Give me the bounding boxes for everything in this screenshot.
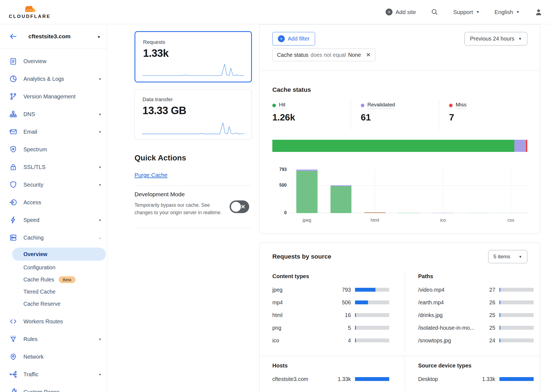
speed-icon xyxy=(9,216,17,224)
sidebar-item-rules[interactable]: Rules▾ xyxy=(0,330,107,348)
add-filter-button[interactable]: + Add filter xyxy=(272,32,315,45)
language-menu[interactable]: English ▼ xyxy=(494,9,520,15)
bar-slot-png[interactable] xyxy=(392,170,426,213)
cache-status-title: Cache status xyxy=(272,86,527,93)
data-transfer-metric-card[interactable]: Data transfer 13.33 GB xyxy=(135,89,252,140)
account-menu[interactable] xyxy=(534,8,543,16)
row-bar-fill xyxy=(499,326,500,330)
remove-filter-icon[interactable]: ✕ xyxy=(366,52,371,58)
sidebar-item-version-management[interactable]: Version Management xyxy=(0,88,107,105)
bar-slot-ico[interactable] xyxy=(426,170,460,213)
search-button[interactable] xyxy=(431,8,438,16)
table-row[interactable]: html16 xyxy=(272,309,389,321)
sidebar-item-analytics-logs[interactable]: Analytics & Logs▾ xyxy=(0,70,107,88)
bar-slot-css[interactable] xyxy=(494,170,528,213)
add-site-button[interactable]: + Add site xyxy=(386,9,416,15)
stat-label[interactable]: Revalidated xyxy=(361,102,439,109)
filter-chip[interactable]: Cache status does not equal None ✕ xyxy=(272,49,375,61)
beta-badge: Beta xyxy=(59,276,76,283)
cache-status-bar-chart: 7935000jpeghtmlicocss xyxy=(290,170,528,213)
chevron-down-icon: ▾ xyxy=(99,183,101,187)
sidebar-item-label: Workers Routes xyxy=(23,318,63,325)
sidebar-item-speed[interactable]: Speed▾ xyxy=(0,211,107,229)
divider xyxy=(135,186,252,186)
development-mode-toggle[interactable]: ✕ xyxy=(230,200,249,213)
bar-slot-mp4[interactable] xyxy=(324,170,358,213)
table-row[interactable]: /isolated-house-in-mo...25 xyxy=(418,321,534,334)
sidebar-item-caching[interactable]: Caching▴ xyxy=(0,229,107,246)
bar xyxy=(500,213,521,213)
sidebar-item-workers-routes[interactable]: Workers Routes xyxy=(0,313,107,330)
items-count-dropdown[interactable]: 5 items ▼ xyxy=(488,250,527,263)
sidebar-item-traffic[interactable]: Traffic▾ xyxy=(0,366,107,383)
bar-segment-hit xyxy=(466,213,487,213)
row-value: 1.33k xyxy=(330,376,351,382)
table-row[interactable]: /drinks.jpg25 xyxy=(418,309,534,321)
row-bar-track xyxy=(355,326,389,330)
sidebar-item-label: Traffic xyxy=(23,371,38,378)
table-row[interactable]: Desktop1.33k xyxy=(418,373,534,385)
row-bar-fill xyxy=(499,288,500,292)
time-range-dropdown[interactable]: Previous 24 hours ▼ xyxy=(464,32,527,45)
sidebar-item-network[interactable]: Network xyxy=(0,348,107,366)
plus-icon: + xyxy=(278,35,285,42)
y-axis-label-500: 500 xyxy=(273,183,287,188)
sidebar-item-spectrum[interactable]: Spectrum xyxy=(0,141,107,158)
purge-cache-link[interactable]: Purge Cache xyxy=(135,172,168,178)
content-types-column: Content typesjpeg793mp4506html16png5ico4 xyxy=(260,272,405,352)
sidebar-subitem-cache-rules[interactable]: Cache RulesBeta xyxy=(0,273,107,286)
table-row[interactable]: png5 xyxy=(272,321,389,334)
row-label: /earth.mp4 xyxy=(418,299,474,306)
sidebar-item-label: Network xyxy=(23,354,44,360)
cloudflare-logo[interactable]: CLOUDFLARE xyxy=(9,5,51,19)
sidebar-item-ssl-tls[interactable]: SSL/TLS▾ xyxy=(0,158,107,176)
chevron-down-icon: ▼ xyxy=(516,10,520,14)
chevron-down-icon: ▾ xyxy=(99,77,101,81)
sidebar-item-access[interactable]: Access xyxy=(0,194,107,211)
sidebar-item-custom-pages[interactable]: Custom Pages xyxy=(0,383,107,392)
paths-column: Paths/video.mp427/earth.mp426/drinks.jpg… xyxy=(405,272,540,352)
table-row[interactable]: /earth.mp426 xyxy=(418,296,534,309)
bar-slot-unlabeled[interactable] xyxy=(460,170,494,213)
sidebar-item-security[interactable]: Security▾ xyxy=(0,176,107,194)
requests-label: Requests xyxy=(143,39,243,45)
requests-value: 1.33k xyxy=(143,47,243,59)
chevron-down-icon: ▾ xyxy=(99,165,101,169)
table-row[interactable]: /video.mp427 xyxy=(418,283,534,296)
back-arrow-icon[interactable] xyxy=(9,32,17,41)
table-row[interactable]: mp4506 xyxy=(272,296,389,309)
row-value: 5 xyxy=(330,325,351,331)
row-bar-track xyxy=(499,377,534,381)
requests-metric-card[interactable]: Requests 1.33k xyxy=(135,31,252,82)
sidebar-item-email[interactable]: Email▾ xyxy=(0,123,107,141)
hosts-title: Hosts xyxy=(272,363,389,369)
stat-label[interactable]: Miss xyxy=(449,102,527,109)
sidebar-item-label: SSL/TLS xyxy=(23,164,45,170)
table-row[interactable]: /snowtops.jpg24 xyxy=(418,334,534,347)
chevron-right-icon[interactable]: ▸ xyxy=(98,34,100,39)
bar-segment-revalidated xyxy=(432,213,453,213)
stat-label[interactable]: Hit xyxy=(272,102,351,109)
sidebar-item-label: Overview xyxy=(23,58,46,65)
bar xyxy=(466,213,487,213)
email-icon xyxy=(9,128,17,136)
sidebar-item-overview[interactable]: Overview xyxy=(0,52,107,70)
sidebar-item-label: Spectrum xyxy=(23,146,47,153)
bar-slot-html[interactable] xyxy=(358,170,392,213)
ssl-tls-icon xyxy=(9,163,17,171)
table-row[interactable]: ico4 xyxy=(272,334,389,347)
stat-value: 61 xyxy=(361,112,439,123)
bar xyxy=(364,212,385,213)
table-row[interactable]: cftestsite3.com1.33k xyxy=(272,373,389,385)
sidebar-item-dns[interactable]: DNS▾ xyxy=(0,105,107,123)
chevron-down-icon: ▾ xyxy=(99,112,101,116)
sidebar-subitem-tiered-cache[interactable]: Tiered Cache xyxy=(0,286,107,298)
row-bar-fill xyxy=(355,377,389,381)
sidebar-subitem-configuration[interactable]: Configuration xyxy=(0,261,107,273)
table-row[interactable]: jpeg793 xyxy=(272,283,389,296)
support-menu[interactable]: Support ▼ xyxy=(453,9,480,15)
bar-slot-jpeg[interactable] xyxy=(290,170,324,213)
sidebar-subitem-overview[interactable]: Overview xyxy=(12,248,106,261)
development-mode-title: Development Mode xyxy=(135,191,185,198)
sidebar-subitem-cache-reserve[interactable]: Cache Reserve xyxy=(0,298,107,310)
